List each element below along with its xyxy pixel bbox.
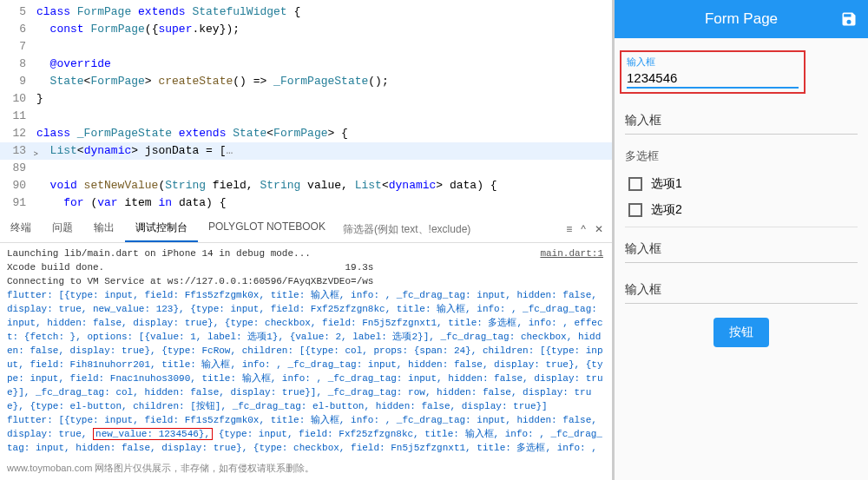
code-line[interactable]: 5class FormPage extends StatefulWidget {: [0, 3, 612, 21]
input-field-4[interactable]: 输入框: [625, 277, 858, 304]
code-line[interactable]: 11: [0, 108, 612, 125]
list-icon[interactable]: ≡: [566, 223, 572, 235]
checkbox-group-label: 多选框: [625, 148, 858, 164]
panel-tab[interactable]: 问题: [42, 215, 83, 242]
collapse-icon[interactable]: ^: [581, 223, 586, 235]
console-line: flutter: [{type: input, field: Ff1s5zfzg…: [7, 288, 605, 413]
code-line[interactable]: 9 State<FormPage> createState() => _Form…: [0, 73, 612, 90]
close-icon[interactable]: ✕: [595, 223, 603, 235]
footer-note: www.toymoban.com 网络图片仅供展示，非存储，如有侵权请联系删除。: [0, 457, 612, 480]
code-line[interactable]: 91 for (var item in data) {: [0, 194, 612, 212]
code-line[interactable]: 89: [0, 160, 612, 177]
code-line[interactable]: 8 @override: [0, 56, 612, 73]
checkbox-icon[interactable]: [628, 203, 642, 217]
app-bar-title: Form Page: [705, 10, 778, 28]
simulator-preview: Form Page 输入框 输入框 多选框 选项1 选项2 输入框: [612, 0, 868, 480]
code-line[interactable]: 10}: [0, 90, 612, 108]
panel-tab[interactable]: 调试控制台: [125, 215, 198, 242]
code-line[interactable]: 12class _FormPageState extends State<For…: [0, 125, 612, 142]
input-1[interactable]: [627, 69, 799, 89]
panel-tabs: 终端问题输出调试控制台POLYGLOT NOTEBOOK ≡ ^ ✕: [0, 215, 612, 243]
code-line[interactable]: 6 const FormPage({super.key});: [0, 21, 612, 38]
panel-tab[interactable]: POLYGLOT NOTEBOOK: [198, 215, 336, 242]
app-bar: Form Page: [615, 0, 868, 38]
input-field-1[interactable]: 输入框: [620, 50, 806, 94]
console-line: Launching lib/main.dart on iPhone 14 in …: [7, 247, 605, 260]
source-link[interactable]: main.dart:1: [540, 247, 603, 260]
input-field-2[interactable]: 输入框: [625, 108, 858, 135]
save-icon[interactable]: [840, 10, 858, 28]
filter-input[interactable]: [343, 223, 550, 235]
panel-tab[interactable]: 终端: [0, 215, 42, 242]
code-line[interactable]: 90 void setNewValue(String field, String…: [0, 177, 612, 194]
panel-tab[interactable]: 输出: [83, 215, 125, 242]
code-line[interactable]: 7: [0, 38, 612, 56]
console-line: Xcode build done. 19.3s: [7, 260, 605, 274]
debug-console[interactable]: main.dart:1 Launching lib/main.dart on i…: [0, 243, 612, 457]
console-line: Connecting to VM Service at ws://127.0.0…: [7, 274, 605, 288]
checkbox-option-2[interactable]: 选项2: [625, 197, 858, 223]
highlighted-value: new_value: 1234546},: [93, 428, 213, 440]
code-line[interactable]: 13> List<dynamic> jsonData = […: [0, 142, 612, 160]
submit-button[interactable]: 按钮: [713, 318, 769, 347]
input-field-3[interactable]: 输入框: [625, 236, 858, 263]
checkbox-icon[interactable]: [628, 177, 642, 191]
console-line: flutter: [{type: input, field: Ff1s5zfzg…: [7, 413, 605, 457]
checkbox-option-1[interactable]: 选项1: [625, 171, 858, 197]
code-editor[interactable]: 5class FormPage extends StatefulWidget {…: [0, 0, 612, 215]
